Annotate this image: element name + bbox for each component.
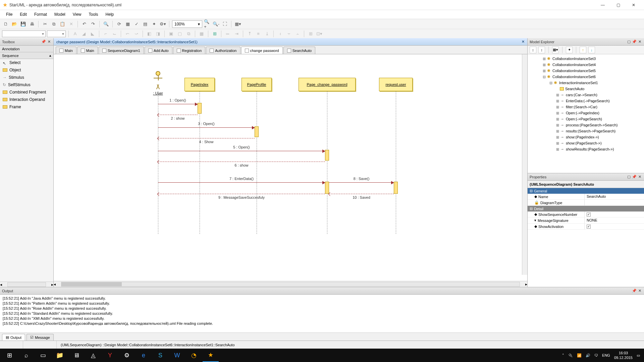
cut-icon[interactable]: ✂ bbox=[41, 20, 49, 28]
save-icon[interactable]: 💾 bbox=[19, 20, 27, 28]
edge-icon[interactable]: e bbox=[136, 349, 152, 362]
clock[interactable]: 16:03 09.12.2015 bbox=[614, 351, 633, 360]
word-icon[interactable]: W bbox=[169, 349, 185, 362]
check-icon[interactable]: ✓ bbox=[133, 20, 140, 28]
minimize-button[interactable]: — bbox=[595, 0, 610, 10]
sequence-section[interactable]: Sequence▴ bbox=[0, 52, 53, 59]
notes-icon[interactable]: 🗨 bbox=[594, 353, 598, 357]
paste-icon[interactable]: 📋 bbox=[59, 20, 66, 28]
copy-icon[interactable]: ⧉ bbox=[50, 20, 57, 28]
line-color-icon[interactable]: ◣ bbox=[89, 30, 96, 38]
search-icon[interactable]: ⌕ bbox=[18, 349, 34, 362]
ext-icon[interactable]: ⊡▾ bbox=[316, 30, 323, 38]
tool-frame[interactable]: Frame bbox=[0, 103, 53, 111]
view-icon[interactable]: ▦▾ bbox=[552, 47, 559, 53]
volume-icon[interactable]: 🔊 bbox=[586, 353, 590, 358]
checkbox-icon[interactable]: ✓ bbox=[587, 213, 591, 217]
space-icon[interactable]: ⊞ bbox=[307, 30, 314, 38]
close-panel-icon[interactable]: ✕ bbox=[637, 289, 642, 293]
tool-selfstimulus[interactable]: ↻SelfStimulus bbox=[0, 81, 53, 88]
msg-8[interactable]: 8 : Save() bbox=[329, 182, 394, 183]
rotate-left-icon[interactable]: ⤺ bbox=[124, 30, 131, 38]
prop-row-diagramtype[interactable]: 🔒 DiagramType bbox=[528, 200, 644, 206]
msg-4[interactable]: 4 : Show bbox=[158, 138, 255, 138]
activation[interactable] bbox=[255, 126, 259, 137]
browser-icon[interactable]: ▦ bbox=[124, 20, 131, 28]
gear-icon[interactable]: ⚙▾ bbox=[159, 20, 166, 28]
skype-icon[interactable]: S bbox=[152, 349, 168, 362]
wifi-icon[interactable]: 📶 bbox=[577, 353, 582, 358]
tab-main[interactable]: Main bbox=[56, 47, 76, 54]
prop-group-general[interactable]: ⊟ General bbox=[528, 188, 644, 194]
zoom-select[interactable]: 100%▾ bbox=[172, 20, 202, 28]
settings-icon[interactable]: ⚙ bbox=[119, 349, 135, 362]
refresh-icon[interactable]: ⟳ bbox=[115, 20, 123, 28]
zoom-out-icon[interactable]: 🔍- bbox=[212, 20, 220, 28]
close-panel-icon[interactable]: ✕ bbox=[47, 40, 51, 44]
tab-change-password[interactable]: change password bbox=[241, 47, 283, 54]
action-center-icon[interactable]: ▭ bbox=[637, 353, 640, 358]
activation[interactable] bbox=[198, 103, 202, 114]
menu-edit[interactable]: Edit bbox=[16, 11, 30, 18]
msg-5[interactable]: 5 : Open() bbox=[158, 151, 325, 151]
activation[interactable] bbox=[325, 182, 329, 194]
fill-color-icon[interactable]: ◢ bbox=[80, 30, 88, 38]
vertical-scrollbar[interactable] bbox=[522, 54, 527, 275]
msg-7[interactable]: 7 : EnterData() bbox=[158, 182, 325, 183]
props-icon[interactable]: ▤ bbox=[142, 20, 149, 28]
tab-message[interactable]: ☑ Message bbox=[26, 334, 54, 341]
line-style-icon[interactable]: ⌐ bbox=[102, 30, 109, 38]
font-color-icon[interactable]: A bbox=[71, 30, 79, 38]
pin-icon[interactable]: 📌 bbox=[632, 40, 637, 44]
checkbox-icon[interactable]: ✓ bbox=[587, 225, 591, 229]
up-icon[interactable]: ↑ bbox=[580, 47, 586, 53]
properties-grid[interactable]: ⊟ General ◆ NameSearchAuto 🔒 DiagramType… bbox=[528, 188, 644, 287]
align-top-icon[interactable]: ⤒ bbox=[246, 30, 253, 38]
tool-select[interactable]: Select bbox=[0, 59, 53, 66]
fit-icon[interactable]: ⛶ bbox=[221, 20, 228, 28]
pin-icon[interactable]: 📌 bbox=[632, 175, 637, 179]
close-panel-icon[interactable]: ✕ bbox=[637, 175, 642, 179]
prop-row-msgsig[interactable]: ▾ MessageSignatureNONE bbox=[528, 218, 644, 224]
prop-row-name[interactable]: ◆ NameSearchAuto bbox=[528, 194, 644, 200]
tools-icon[interactable]: ✦ bbox=[150, 20, 158, 28]
object-requestuser[interactable]: request.user bbox=[379, 78, 413, 91]
object-pageprofile[interactable]: PageProfile bbox=[241, 78, 272, 91]
tab-output[interactable]: ▤ Output bbox=[2, 334, 25, 341]
line-style2-icon[interactable]: ⌙ bbox=[111, 30, 118, 38]
bring-front-icon[interactable]: ▣ bbox=[167, 30, 175, 38]
menu-tools[interactable]: Tools bbox=[86, 11, 102, 18]
menu-model[interactable]: Model bbox=[51, 11, 69, 18]
menu-help[interactable]: Help bbox=[102, 11, 117, 18]
stereotype2-icon[interactable]: ◨ bbox=[154, 30, 162, 38]
msg-1[interactable]: 1 : Open() bbox=[158, 104, 198, 104]
stereotype-icon[interactable]: ◧ bbox=[146, 30, 153, 38]
prop-row-showact[interactable]: ◆ ShowActivation✓ bbox=[528, 224, 644, 230]
msg-2[interactable]: 2 : show bbox=[158, 115, 198, 115]
dist-c-icon[interactable]: ⫠ bbox=[294, 30, 301, 38]
zoom-in-icon[interactable]: 🔍+ bbox=[204, 20, 211, 28]
tab-authorization[interactable]: Authorization bbox=[206, 47, 240, 54]
app-icon[interactable]: ◔ bbox=[186, 349, 202, 362]
print-icon[interactable]: 🖶 bbox=[28, 20, 36, 28]
msg-9[interactable]: 9 : MessageSaveSuccesfuly bbox=[158, 194, 325, 194]
object-pageindex[interactable]: PageIndex bbox=[184, 78, 215, 91]
close-button[interactable]: ✕ bbox=[626, 0, 641, 10]
wand-icon[interactable]: ✦ bbox=[566, 47, 573, 53]
delete-icon[interactable]: ✕ bbox=[67, 20, 75, 28]
group-icon[interactable]: ⧉ bbox=[185, 30, 192, 38]
align-mid-icon[interactable]: ≡ bbox=[255, 30, 262, 38]
close-doc-icon[interactable]: ✕ bbox=[522, 40, 525, 44]
tab-searchauto[interactable]: SearchAuto bbox=[283, 47, 315, 54]
staruml-taskbar-icon[interactable]: ★ bbox=[203, 349, 219, 362]
find-icon[interactable]: 🔍 bbox=[102, 20, 110, 28]
sort2-icon[interactable]: ↕ bbox=[538, 47, 545, 53]
start-button[interactable]: ⊞ bbox=[1, 349, 17, 362]
tab-main2[interactable]: Main bbox=[77, 47, 98, 54]
font-size-combo[interactable]: ▾ bbox=[47, 31, 66, 37]
prop-row-showseq[interactable]: ◆ ShowSequenceNumber✓ bbox=[528, 212, 644, 218]
tool-interaction-operand[interactable]: Interaction Operand bbox=[0, 96, 53, 103]
output-body[interactable]: [15:52:21] Add-In "Java AddIn" menu is r… bbox=[0, 295, 644, 333]
menu-file[interactable]: File bbox=[3, 11, 16, 18]
font-combo[interactable]: ▾ bbox=[2, 31, 46, 37]
